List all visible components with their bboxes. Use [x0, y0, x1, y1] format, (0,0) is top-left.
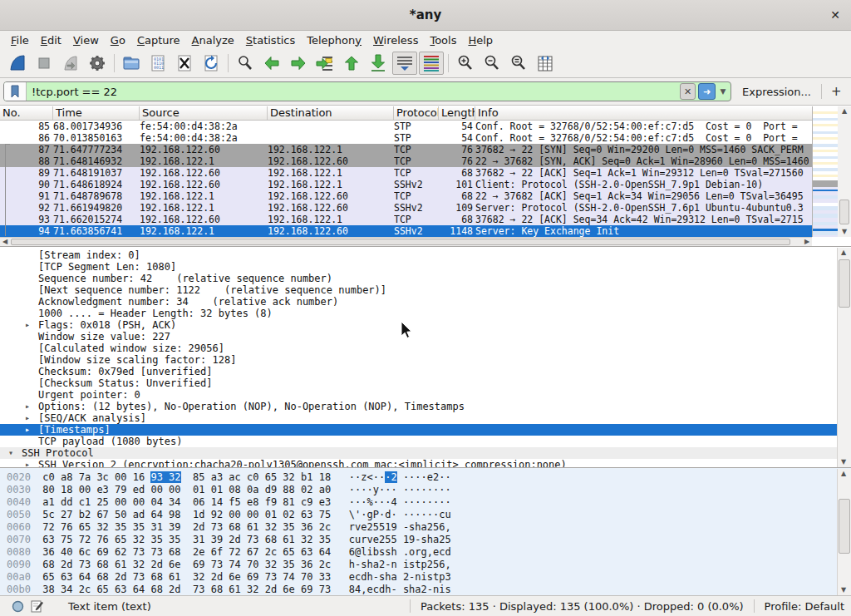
collapse-icon[interactable]: ▾	[8, 447, 13, 459]
column-header-time[interactable]: Time	[53, 106, 140, 120]
scroll-down-arrow[interactable]: ▼	[839, 586, 849, 594]
status-profile[interactable]: Profile: Default	[765, 600, 844, 613]
detail-line[interactable]: [TCP Segment Len: 1080]	[0, 261, 837, 273]
column-header-no[interactable]: No.	[0, 106, 53, 120]
zoom-original-icon[interactable]	[506, 52, 531, 75]
expression-button[interactable]: Expression...	[742, 86, 811, 98]
scroll-down-arrow[interactable]: ▼	[839, 228, 849, 236]
scroll-thumb[interactable]	[11, 239, 790, 245]
add-filter-button[interactable]: +	[831, 84, 842, 99]
expert-info-icon[interactable]	[12, 600, 24, 613]
detail-line[interactable]: [Checksum Status: Unverified]	[0, 377, 837, 389]
menu-help[interactable]: Help	[462, 33, 499, 47]
detail-line[interactable]: [Calculated window size: 29056]	[0, 342, 837, 354]
menu-wireless[interactable]: Wireless	[367, 33, 424, 47]
close-window-button[interactable]: ✕	[830, 0, 840, 30]
capture-options-icon[interactable]	[85, 52, 110, 75]
detail-line[interactable]: ▾SSH Protocol	[0, 447, 837, 459]
scroll-left-arrow[interactable]: ◀	[0, 238, 10, 246]
packet-row[interactable]: 9171.648789678192.168.122.1192.168.122.6…	[0, 190, 812, 202]
menu-go[interactable]: Go	[105, 33, 131, 47]
packet-row[interactable]: 9371.662015274192.168.122.60192.168.122.…	[0, 214, 812, 225]
menu-telephony[interactable]: Telephony	[301, 33, 367, 47]
bytes-vscrollbar[interactable]: ▲ ▼	[837, 469, 851, 595]
menu-capture[interactable]: Capture	[131, 33, 186, 47]
detail-line[interactable]: ▸[Timestamps]	[0, 424, 837, 436]
scroll-thumb[interactable]	[839, 259, 850, 308]
scroll-thumb[interactable]	[839, 499, 850, 554]
column-header-info[interactable]: Info	[475, 106, 837, 120]
menu-edit[interactable]: Edit	[35, 33, 67, 47]
detail-line[interactable]: ▸[SEQ/ACK analysis]	[0, 412, 837, 424]
capture-comment-icon[interactable]	[31, 599, 43, 613]
go-first-packet-icon[interactable]	[339, 52, 364, 75]
hex-row[interactable]: 0070 63 75 72 76 65 32 35 35 31 39 2d 73…	[7, 534, 451, 546]
packet-row[interactable]: 9471.663856741192.168.122.1192.168.122.6…	[0, 225, 812, 237]
filter-dropdown-caret[interactable]: ▼	[718, 84, 728, 99]
zoom-in-icon[interactable]	[453, 52, 478, 75]
hex-row[interactable]: 0050 5c 27 b2 67 50 ad 64 98 1d 92 00 00…	[7, 509, 451, 521]
scroll-up-arrow[interactable]: ▲	[839, 107, 849, 116]
hex-row[interactable]: 00b0 38 34 2c 65 63 64 68 2d 73 68 61 32…	[7, 584, 451, 595]
detail-line[interactable]: Urgent pointer: 0	[0, 389, 837, 401]
detail-line[interactable]: 1000 .... = Header Length: 32 bytes (8)	[0, 308, 837, 319]
column-header-destination[interactable]: Destination	[268, 106, 394, 120]
menu-tools[interactable]: Tools	[424, 33, 462, 47]
scroll-down-arrow[interactable]: ▼	[839, 458, 849, 466]
packet-row[interactable]: 8771.647777234192.168.122.60192.168.122.…	[0, 144, 812, 155]
menu-file[interactable]: File	[5, 33, 35, 47]
detail-line[interactable]: ▸Options: (12 bytes), No-Operation (NOP)…	[0, 401, 837, 412]
colorize-icon[interactable]	[419, 52, 444, 75]
hex-row[interactable]: 0080 36 40 6c 69 62 73 73 68 2e 6f 72 67…	[7, 546, 451, 559]
go-forward-icon[interactable]	[286, 52, 311, 75]
detail-line[interactable]: Window size value: 227	[0, 331, 837, 342]
packet-row[interactable]: 8871.648146932192.168.122.1192.168.122.6…	[0, 155, 812, 167]
auto-scroll-icon[interactable]	[392, 52, 417, 75]
detail-line[interactable]: ▸SSH Version 2 (encryption:chacha20-poly…	[0, 459, 837, 467]
reload-file-icon[interactable]	[199, 52, 224, 75]
save-file-icon[interactable]: 010101100011	[145, 52, 170, 75]
find-packet-icon[interactable]	[233, 52, 258, 75]
packet-row[interactable]: 8670.013850163fe:54:00:d4:38:2aSTP54Conf…	[0, 132, 812, 144]
packet-row[interactable]: 8971.648191037192.168.122.60192.168.122.…	[0, 167, 812, 179]
packet-list-hscrollbar[interactable]: ◀ ▶	[0, 237, 812, 246]
go-to-packet-icon[interactable]	[312, 52, 337, 75]
packet-row[interactable]: 9071.648618924192.168.122.60192.168.122.…	[0, 179, 812, 190]
close-file-icon[interactable]	[172, 52, 197, 75]
hex-row[interactable]: 0060 72 76 65 32 35 35 31 39 2d 73 68 61…	[7, 521, 451, 534]
resize-columns-icon[interactable]	[533, 52, 558, 75]
detail-line[interactable]: Sequence number: 42 (relative sequence n…	[0, 273, 837, 284]
packet-row[interactable]: 9271.661949820192.168.122.1192.168.122.6…	[0, 202, 812, 214]
detail-line[interactable]: Checksum: 0x79ed [unverified]	[0, 366, 837, 377]
scroll-right-arrow[interactable]: ▶	[802, 238, 812, 246]
restart-capture-icon[interactable]	[58, 52, 83, 75]
go-last-packet-icon[interactable]	[366, 52, 391, 75]
menu-statistics[interactable]: Statistics	[240, 33, 301, 47]
column-header-source[interactable]: Source	[140, 106, 268, 120]
expand-icon[interactable]: ▸	[25, 412, 30, 424]
hex-row[interactable]: 0040 a1 dd c1 25 00 00 04 34 06 14 f5 e8…	[7, 496, 451, 509]
menu-analyze[interactable]: Analyze	[186, 33, 240, 47]
hex-row[interactable]: 0020 c0 a8 7a 3c 00 16 93 32 85 a3 ac c0…	[7, 471, 451, 484]
column-header-length[interactable]: Length	[439, 106, 475, 120]
details-vscrollbar[interactable]: ▲ ▼	[837, 248, 851, 467]
hex-row[interactable]: 00a0 65 63 64 68 2d 73 68 61 32 2d 6e 69…	[7, 571, 451, 584]
packet-list-vscrollbar[interactable]: ▲ ▼	[838, 106, 851, 237]
detail-line[interactable]: ▸Flags: 0x018 (PSH, ACK)	[0, 319, 837, 331]
detail-line[interactable]: [Next sequence number: 1122 (relative se…	[0, 284, 837, 296]
filter-clear-button[interactable]: ✕	[680, 83, 696, 100]
expand-icon[interactable]: ▸	[25, 459, 30, 467]
go-back-icon[interactable]	[259, 52, 284, 75]
scroll-thumb[interactable]	[839, 200, 849, 224]
minimap[interactable]	[812, 106, 839, 237]
filter-bookmark-button[interactable]	[4, 82, 27, 101]
detail-line[interactable]: TCP payload (1080 bytes)	[0, 436, 837, 447]
filter-apply-button[interactable]: ➜	[698, 83, 716, 100]
expand-icon[interactable]: ▸	[25, 401, 30, 412]
column-header-protocol[interactable]: Protocol	[394, 106, 439, 120]
hex-row[interactable]: 0090 68 2d 73 68 61 32 2d 6e 69 73 74 70…	[7, 559, 451, 571]
detail-line[interactable]: [Stream index: 0]	[0, 249, 837, 261]
scroll-up-arrow[interactable]: ▲	[839, 470, 849, 478]
detail-line[interactable]: Acknowledgment number: 34 (relative ack …	[0, 296, 837, 308]
expand-icon[interactable]: ▸	[25, 319, 30, 331]
